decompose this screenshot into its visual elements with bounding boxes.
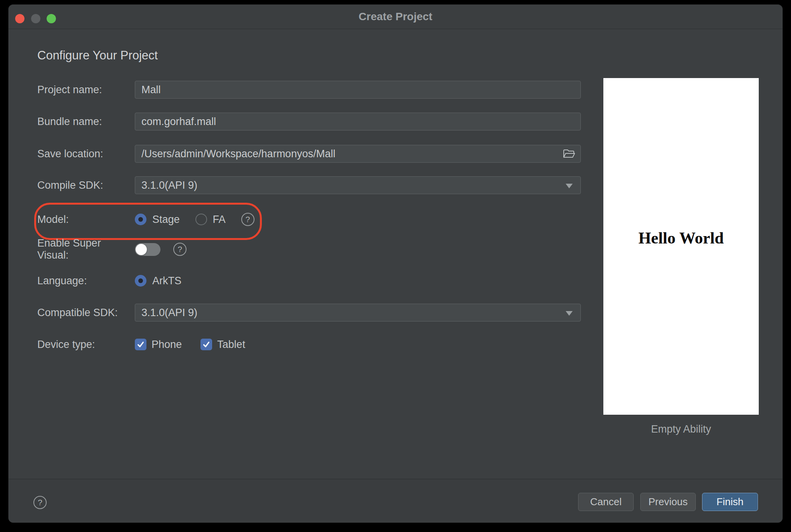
question-mark-icon: ? (178, 245, 182, 254)
checkbox-checked-icon (135, 339, 146, 350)
radio-selected-icon (135, 214, 146, 225)
preview-hello-world-text: Hello World (603, 229, 759, 247)
language-label: Language: (37, 275, 135, 287)
bundle-name-input[interactable] (135, 113, 581, 130)
compile-sdk-select[interactable]: 3.1.0(API 9) (135, 176, 581, 194)
toggle-knob (136, 244, 147, 255)
page-title: Configure Your Project (37, 49, 158, 63)
compatible-sdk-label: Compatible SDK: (37, 307, 135, 319)
model-radio-stage[interactable]: Stage (135, 214, 180, 226)
super-visual-row: Enable Super Visual: ? (37, 240, 581, 258)
chevron-down-icon (566, 184, 573, 188)
model-help-button[interactable]: ? (241, 213, 254, 226)
project-name-label: Project name: (37, 84, 135, 96)
radio-selected-icon (135, 275, 146, 287)
compile-sdk-row: Compile SDK: 3.1.0(API 9) (37, 176, 581, 194)
create-project-dialog: Create Project Configure Your Project Pr… (9, 5, 782, 522)
footer-help-button[interactable]: ? (33, 496, 47, 509)
save-location-input[interactable] (135, 145, 581, 163)
cancel-button[interactable]: Cancel (578, 493, 634, 511)
device-type-row: Device type: Phone Tablet (37, 336, 581, 353)
device-phone-label: Phone (152, 339, 182, 351)
compatible-sdk-select[interactable]: 3.1.0(API 9) (135, 304, 581, 322)
super-visual-label: Enable Super Visual: (37, 237, 135, 261)
question-mark-icon: ? (246, 215, 250, 224)
ability-preview-panel: Hello World (603, 78, 759, 415)
bundle-name-label: Bundle name: (37, 116, 135, 128)
save-location-label: Save location: (37, 148, 135, 160)
open-folder-icon (563, 149, 575, 159)
save-location-row: Save location: (37, 145, 581, 163)
compile-sdk-label: Compile SDK: (37, 179, 135, 191)
project-name-input[interactable] (135, 81, 581, 99)
model-radio-fa[interactable]: FA (195, 214, 226, 226)
model-stage-label: Stage (152, 214, 180, 226)
language-radio-arkts[interactable]: ArkTS (135, 275, 181, 287)
device-checkbox-phone[interactable]: Phone (135, 339, 182, 351)
compatible-sdk-row: Compatible SDK: 3.1.0(API 9) (37, 304, 581, 322)
previous-button[interactable]: Previous (640, 493, 696, 511)
super-visual-help-button[interactable]: ? (173, 243, 186, 256)
window-title: Create Project (9, 5, 782, 29)
device-checkbox-tablet[interactable]: Tablet (200, 339, 245, 351)
project-name-row: Project name: (37, 81, 581, 99)
browse-folder-button[interactable] (561, 148, 577, 160)
compatible-sdk-value: 3.1.0(API 9) (141, 307, 197, 319)
compile-sdk-value: 3.1.0(API 9) (141, 179, 197, 191)
question-mark-icon: ? (38, 498, 42, 507)
model-fa-label: FA (213, 214, 226, 226)
model-label: Model: (37, 214, 135, 226)
checkbox-checked-icon (200, 339, 212, 350)
super-visual-toggle-off[interactable] (135, 243, 160, 256)
device-type-label: Device type: (37, 339, 135, 351)
bundle-name-row: Bundle name: (37, 113, 581, 130)
titlebar: Create Project (9, 5, 782, 29)
finish-button[interactable]: Finish (702, 493, 758, 511)
radio-unselected-icon (195, 214, 207, 225)
preview-caption: Empty Ability (603, 423, 759, 435)
chevron-down-icon (566, 311, 573, 316)
language-arkts-label: ArkTS (152, 275, 181, 287)
footer-bar: ? Cancel Previous Finish (9, 479, 782, 523)
language-row: Language: ArkTS (37, 272, 581, 290)
model-row: Model: Stage FA ? (37, 210, 581, 228)
device-tablet-label: Tablet (217, 339, 245, 351)
